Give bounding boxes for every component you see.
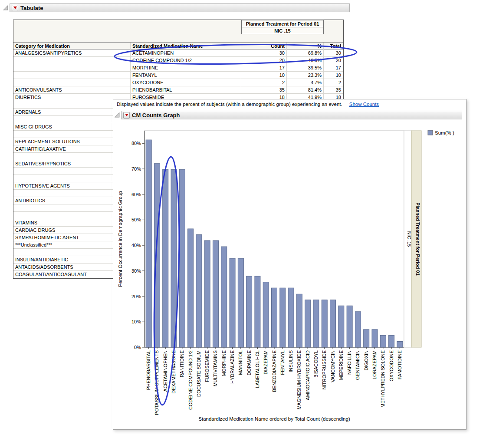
x-tick-label: PHENOBARBITAL — [146, 350, 151, 390]
table-cell-medication[interactable]: OXYCODONE — [131, 79, 241, 86]
bar-BISACODYL[interactable] — [313, 300, 319, 347]
bar-DIAZEPAM[interactable] — [263, 282, 269, 347]
bar-LABETALOL HCL[interactable] — [255, 276, 260, 347]
bar-FUROSEMIDE[interactable] — [204, 240, 210, 347]
bar-VANCOMYCIN[interactable] — [330, 300, 336, 347]
table-cell-count[interactable]: 35 — [241, 86, 287, 94]
red-triangle-menu-icon[interactable] — [123, 112, 130, 119]
table-cell-medication[interactable]: FENTANYL — [131, 72, 241, 79]
bar-INSULINS[interactable] — [288, 288, 294, 347]
disclosure-triangle-icon[interactable] — [3, 5, 9, 11]
bar-FENTANYL[interactable] — [280, 288, 286, 347]
bar-ACETAMINOPHEN[interactable] — [163, 169, 168, 347]
column-header: Count — [241, 43, 287, 50]
x-tick-label: BENZODIAZAPINE — [272, 350, 277, 392]
bar-MEPERIDINE[interactable] — [338, 306, 344, 347]
table-cell-total[interactable]: 20 — [324, 57, 343, 64]
tabulate-titlebar[interactable]: Tabulate — [10, 3, 350, 12]
bar-OXYCODONE[interactable] — [389, 335, 394, 347]
bar-POTASSIUM SUPPLEMENTS[interactable] — [154, 164, 160, 347]
table-cell-count[interactable]: 10 — [241, 72, 287, 79]
table-cell-category[interactable] — [13, 72, 131, 79]
tabulate-title: Tabulate — [20, 5, 43, 11]
x-tick-label: OXYCODONE — [389, 350, 394, 382]
bar-chart: 0%10%20%30%40%50%60%70%80%PHENOBARBITALP… — [113, 121, 467, 430]
bar-BENZODIAZAPINE[interactable] — [272, 288, 277, 347]
table-cell-pct[interactable]: 4.7% — [287, 79, 324, 86]
table-row: CODEINE COMPOUND 1/22046.5%20 — [13, 57, 343, 64]
x-tick-label: MORPHINE — [221, 350, 227, 376]
bar-CODEINE COMPOUND 1/2[interactable] — [188, 229, 194, 347]
table-cell-pct[interactable]: 39.5% — [287, 64, 324, 72]
table-cell-pct[interactable]: 69.8% — [287, 49, 324, 57]
table-row: OXYCODONE24.7%2 — [13, 79, 343, 86]
table-cell-category[interactable]: ANTICONVULSANTS — [13, 86, 131, 94]
x-tick-label: MANNITOL — [238, 350, 243, 375]
bar-MAGNESIUM HYDROXIDE[interactable] — [296, 294, 302, 347]
table-cell-count[interactable]: 20 — [241, 57, 287, 64]
table-row: ANALGESICS/ANTIPYRETICSACETAMINOPHEN3069… — [13, 49, 343, 57]
table-cell-total[interactable]: 10 — [324, 72, 343, 79]
table-cell-pct[interactable]: 81.4% — [287, 86, 324, 94]
x-tick-label: INSULINS — [288, 350, 293, 372]
table-cell-medication[interactable]: MORPHINE — [131, 64, 241, 72]
show-counts-link[interactable]: Show Counts — [349, 102, 379, 107]
table-cell-medication[interactable]: PHENOBARBITAL — [131, 86, 241, 94]
x-tick-label: FAMOTIDINE — [397, 350, 402, 379]
table-cell-pct[interactable]: 46.5% — [287, 57, 324, 64]
bar-GENTAMICIN[interactable] — [355, 312, 361, 347]
tabulate-panel: Tabulate Planned Treatment for Period 01… — [3, 3, 350, 12]
treatment-group-header: NIC .15 — [241, 27, 324, 34]
table-cell-count[interactable]: 17 — [241, 64, 287, 72]
x-tick-label: DIAZEPAM — [263, 350, 268, 374]
y-tick-label: 60% — [131, 192, 141, 197]
x-tick-label: ACETAMINOPHEN — [163, 350, 168, 392]
table-cell-total[interactable]: 35 — [324, 86, 343, 94]
table-cell-count[interactable]: 30 — [241, 49, 287, 57]
table-cell-category[interactable]: ANALGESICS/ANTIPYRETICS — [13, 49, 131, 57]
table-cell-pct[interactable]: 23.3% — [287, 72, 324, 79]
bar-MULTIVITAMINS[interactable] — [213, 240, 218, 347]
bar-DIGOXIN[interactable] — [364, 329, 369, 347]
bar-PHENOBARBITAL[interactable] — [146, 140, 151, 347]
table-cell-medication[interactable]: CODEINE COMPOUND 1/2 — [131, 57, 241, 64]
bar-LORAZEPAM[interactable] — [372, 329, 378, 347]
x-tick-label: METHYLPREDNISOLONE — [380, 350, 385, 408]
graph-note-row: Displayed values indicate the percent of… — [117, 102, 379, 107]
x-tick-label: DEXAMETHASONE — [171, 350, 176, 394]
table-cell-category[interactable] — [13, 64, 131, 72]
table-cell-total[interactable]: 17 — [324, 64, 343, 72]
bar-NAFCILLIN[interactable] — [347, 306, 352, 347]
bar-AMINOCAPROIC ACID[interactable] — [305, 300, 311, 347]
column-header: % — [287, 43, 324, 50]
bar-MANNITOL[interactable] — [238, 258, 243, 347]
bar-DOPAMINE[interactable] — [246, 276, 252, 347]
table-cell-medication[interactable]: ACETAMINOPHEN — [131, 49, 241, 57]
bar-HYDRALAZINE[interactable] — [230, 258, 235, 347]
bar-RANITIDINE[interactable] — [179, 169, 185, 347]
bar-NITROPRUSSIDE[interactable] — [322, 300, 327, 347]
column-header: Standardized Medication Name — [131, 43, 241, 50]
graph-titlebar[interactable]: CM Counts Graph — [121, 111, 462, 119]
bar-FAMOTIDINE[interactable] — [397, 341, 403, 347]
table-cell-count[interactable]: 2 — [241, 79, 287, 86]
bar-MORPHINE[interactable] — [221, 247, 227, 347]
bar-DEXAMETHASONE[interactable] — [171, 169, 177, 347]
table-cell-category[interactable] — [13, 57, 131, 64]
bar-METHYLPREDNISOLONE[interactable] — [380, 335, 386, 347]
graph-header-row: CM Counts Graph — [114, 111, 462, 119]
y-tick-label: 50% — [131, 217, 141, 222]
x-tick-label: AMINOCAPROIC ACID — [305, 350, 310, 400]
column-header: Category for Medication — [13, 43, 131, 50]
red-triangle-menu-icon[interactable] — [12, 5, 18, 11]
disclosure-triangle-icon[interactable] — [114, 112, 120, 118]
table-cell-total[interactable]: 2 — [324, 79, 343, 86]
jmp-report-page: Tabulate Planned Treatment for Period 01… — [0, 0, 496, 448]
bar-DOCUSATE SODIUM[interactable] — [196, 235, 202, 347]
x-tick-label: BISACODYL — [313, 350, 319, 378]
table-cell-category[interactable] — [13, 79, 131, 86]
table-cell-total[interactable]: 30 — [324, 49, 343, 57]
legend-swatch — [428, 130, 433, 135]
x-tick-label: MEPERIDINE — [338, 350, 344, 380]
x-tick-label: VANCOMYCIN — [330, 350, 335, 382]
